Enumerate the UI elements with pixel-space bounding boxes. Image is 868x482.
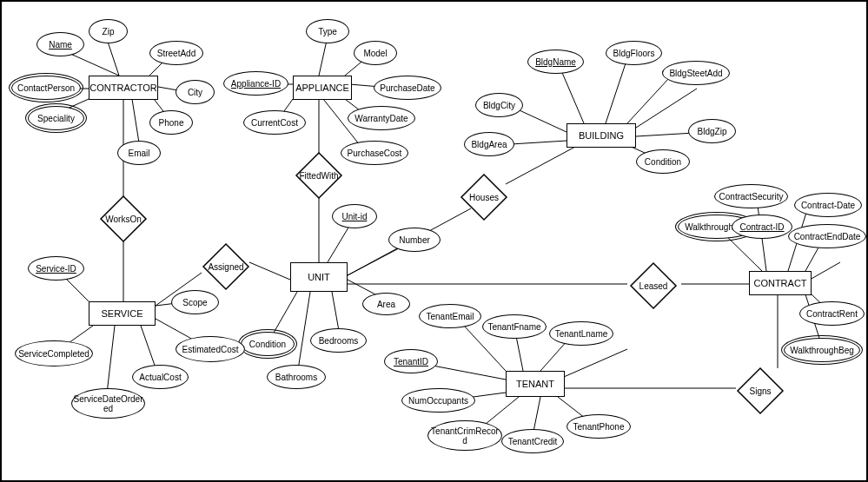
- attr-tenant-fname: TenantFname: [482, 314, 547, 339]
- rel-leased: Leased: [627, 260, 679, 312]
- attr-contractor-name: Name: [36, 32, 84, 56]
- attr-contractor-email: Email: [117, 141, 161, 165]
- svg-line-20: [606, 58, 627, 123]
- attr-tenant-phone: TenantPhone: [567, 414, 631, 439]
- rel-workson: WorksOn: [97, 193, 149, 245]
- rel-fittedwith: FittedWith: [293, 149, 345, 201]
- rel-signs: Signs: [734, 365, 786, 417]
- svg-line-35: [249, 262, 290, 280]
- svg-line-22: [636, 89, 697, 128]
- svg-line-33: [297, 292, 310, 375]
- attr-contractor-contactperson: ContactPerson: [11, 76, 81, 100]
- attr-appliance-warrantydate: WarrantyDate: [348, 106, 415, 130]
- attr-tenant-crimrecord: TenantCrimRecord: [427, 420, 502, 451]
- attr-appliance-id: Appliance-ID: [223, 71, 288, 96]
- attr-building-bldgfloors: BldgFloors: [606, 41, 662, 65]
- attr-building-bldgcity: BldgCity: [475, 93, 523, 117]
- attr-tenant-lname: TenantLname: [549, 321, 613, 346]
- attr-contract-enddate: ContractEndDate: [788, 224, 866, 248]
- entity-appliance: APPLIANCE: [293, 76, 352, 100]
- attr-contractor-speciality: Speciality: [28, 106, 84, 130]
- attr-unit-number: Number: [388, 228, 441, 252]
- attr-contract-walkbeg: WalkthroughBeg: [784, 338, 860, 362]
- attr-service-completed: ServiceCompleted: [15, 340, 93, 366]
- attr-appliance-purchasedate: PurchaseDate: [374, 76, 441, 100]
- attr-unit-id: Unit-id: [332, 204, 377, 228]
- attr-building-condition: Condition: [636, 149, 690, 174]
- entity-unit: UNIT: [290, 262, 348, 292]
- svg-line-27: [506, 147, 575, 184]
- rel-houses: Houses: [458, 171, 510, 223]
- attr-unit-condition: Condition: [241, 332, 295, 356]
- attr-tenant-credit: TenantCredit: [501, 429, 564, 453]
- attr-contract-date: Contract-Date: [794, 193, 862, 217]
- attr-contractor-phone: Phone: [149, 110, 193, 135]
- attr-unit-area: Area: [362, 293, 410, 315]
- attr-service-actualcost: ActualCost: [132, 365, 189, 389]
- attr-unit-bedrooms: Bedrooms: [310, 328, 367, 353]
- attr-contractor-zip: Zip: [89, 19, 128, 43]
- attr-contract-id: Contract-ID: [732, 215, 792, 239]
- attr-building-bldgzip: BldgZip: [688, 119, 736, 143]
- attr-appliance-purchasecost: PurchaseCost: [341, 141, 408, 165]
- entity-service: SERVICE: [89, 301, 156, 326]
- attr-service-dateordered: ServiceDateOrdered: [71, 388, 145, 419]
- attr-appliance-model: Model: [354, 41, 397, 65]
- attr-appliance-currentcost: CurrentCost: [243, 110, 306, 135]
- attr-contract-security: ContractSecurity: [714, 184, 788, 208]
- attr-tenant-numoccupants: NumOccupants: [401, 388, 475, 413]
- attr-unit-bathrooms: Bathrooms: [267, 365, 326, 389]
- attr-contractor-city: City: [176, 80, 215, 104]
- entity-contractor: CONTRACTOR: [89, 76, 158, 100]
- attr-appliance-type: Type: [306, 19, 349, 43]
- attr-contractor-streetadd: StreetAdd: [149, 41, 203, 65]
- attr-building-bldgsteetadd: BldgSteetAdd: [662, 61, 730, 85]
- attr-contract-rent: ContractRent: [799, 301, 865, 326]
- attr-tenant-email: TenantEmail: [419, 304, 481, 328]
- attr-service-estimatedcost: EstimatedCost: [176, 336, 245, 362]
- svg-line-60: [810, 262, 840, 280]
- er-diagram-canvas: CONTRACTOR APPLIANCE BUILDING UNIT SERVI…: [0, 0, 868, 482]
- entity-building: BUILDING: [567, 123, 636, 148]
- attr-building-bldgname: BldgName: [527, 50, 584, 74]
- attr-tenant-id: TenantID: [384, 349, 438, 373]
- attr-building-bldgarea: BldgArea: [464, 132, 514, 156]
- entity-tenant: TENANT: [506, 371, 565, 397]
- entity-contract: CONTRACT: [749, 271, 812, 295]
- rel-assigned: Assigned: [200, 241, 252, 293]
- attr-service-id: Service-ID: [28, 256, 84, 281]
- svg-line-49: [558, 349, 627, 380]
- attr-service-scope: Scope: [171, 290, 219, 314]
